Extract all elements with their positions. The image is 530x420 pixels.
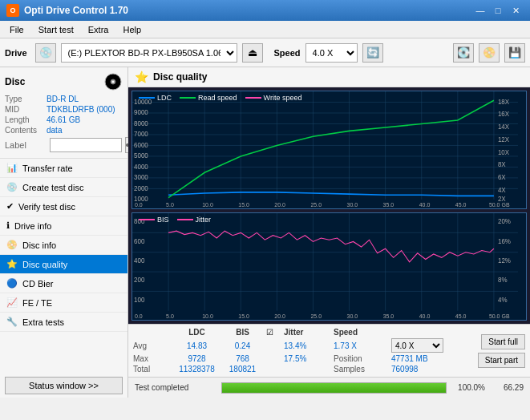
- drive-select[interactable]: (E:) PLEXTOR BD-R PX-LB950SA 1.06: [61, 43, 237, 63]
- sidebar-item-create-test-disc[interactable]: 💿 Create test disc: [0, 178, 127, 197]
- progress-fill: [222, 383, 446, 393]
- title-bar: O Opti Drive Control 1.70 — □ ✕: [0, 0, 530, 21]
- sidebar-item-drive-info[interactable]: ℹ Drive info: [0, 216, 127, 236]
- sidebar-item-fe-te[interactable]: 📈 FE / TE: [0, 293, 127, 313]
- svg-text:15.0: 15.0: [238, 312, 249, 319]
- lower-chart-legend: BIS Jitter: [139, 216, 211, 224]
- avg-ldc: 14.83: [175, 341, 219, 350]
- ldc-legend: LDC: [139, 94, 172, 102]
- start-full-button[interactable]: Start full: [481, 334, 525, 349]
- cd-bier-label: CD Bier: [22, 279, 54, 289]
- svg-text:600: 600: [134, 236, 145, 244]
- svg-text:8X: 8X: [498, 160, 506, 169]
- svg-text:18X: 18X: [498, 97, 510, 106]
- maximize-button[interactable]: □: [490, 3, 506, 18]
- svg-text:3000: 3000: [134, 173, 148, 182]
- speed-select[interactable]: 4.0 X: [305, 43, 358, 63]
- svg-text:8000: 8000: [134, 119, 148, 127]
- cd-bier-icon: 🔵: [6, 278, 18, 289]
- total-label: Total: [133, 365, 173, 374]
- lower-chart-svg: 800 600 400 200 100 20% 16% 12% 8% 4% 0.…: [132, 213, 526, 320]
- disc-quality-label: Disc quality: [22, 260, 67, 269]
- extra-tests-icon: 🔧: [6, 317, 18, 327]
- avg-speed: 1.73 X: [334, 341, 390, 350]
- contents-label: Contents: [5, 126, 47, 135]
- start-part-button[interactable]: Start part: [478, 353, 525, 368]
- nav-items: 📊 Transfer rate 💿 Create test disc ✔ Ver…: [0, 159, 127, 374]
- svg-text:50.0 GB: 50.0 GB: [489, 312, 510, 319]
- chart-title: Disc quality: [153, 71, 207, 83]
- svg-text:400: 400: [134, 256, 145, 265]
- bis-legend-label: BIS: [157, 216, 169, 224]
- sidebar-item-disc-info[interactable]: 📀 Disc info: [0, 236, 127, 255]
- disc-info-label: Disc info: [22, 240, 56, 250]
- type-value: BD-R DL: [47, 95, 79, 103]
- sidebar-item-cd-bier[interactable]: 🔵 CD Bier: [0, 274, 127, 293]
- eject-btn[interactable]: ⏏: [242, 43, 263, 63]
- label-label: Label: [5, 140, 47, 150]
- max-jitter: 17.5%: [284, 354, 332, 363]
- ldc-col-header: LDC: [175, 328, 219, 337]
- svg-text:12X: 12X: [498, 135, 510, 144]
- upper-chart-svg: 10000 9000 8000 7000 6000 5000 4000 3000…: [132, 91, 526, 208]
- sidebar-item-verify-test-disc[interactable]: ✔ Verify test disc: [0, 197, 127, 216]
- disc-info-panel: Disc Type BD-R DL MID TDKBLDRFB (000) L: [0, 67, 127, 159]
- sidebar-item-transfer-rate[interactable]: 📊 Transfer rate: [0, 159, 127, 178]
- drive-icon-btn[interactable]: 💿: [35, 43, 56, 63]
- extra-tests-label: Extra tests: [22, 317, 64, 327]
- speed-right-select[interactable]: 4.0 X: [391, 338, 443, 353]
- ldc-legend-color: [139, 97, 155, 99]
- menu-help[interactable]: Help: [116, 23, 148, 36]
- bis-legend-color: [139, 219, 155, 220]
- progress-value: 66.29: [492, 383, 524, 392]
- content-area: ⭐ Disc quality LDC Read speed: [128, 67, 530, 398]
- minimize-button[interactable]: —: [472, 3, 488, 18]
- sidebar-item-extra-tests[interactable]: 🔧 Extra tests: [0, 313, 127, 332]
- svg-text:6000: 6000: [134, 140, 148, 149]
- label-input[interactable]: [50, 138, 122, 152]
- menu-start-test[interactable]: Start test: [32, 23, 80, 36]
- progress-label: Test completed: [135, 383, 215, 392]
- verify-test-disc-label: Verify test disc: [18, 202, 75, 212]
- svg-text:2000: 2000: [134, 184, 148, 192]
- save-btn[interactable]: 💾: [504, 43, 525, 63]
- svg-text:200: 200: [134, 276, 145, 284]
- ldc-legend-label: LDC: [157, 94, 172, 102]
- sidebar-item-disc-quality[interactable]: ⭐ Disc quality: [0, 255, 127, 274]
- status-window-button[interactable]: Status window >>: [5, 377, 123, 394]
- contents-value: data: [47, 126, 62, 135]
- app-icon: O: [6, 4, 19, 17]
- position-value: 47731 MB: [391, 354, 447, 363]
- jitter-col-header: Jitter: [284, 328, 332, 337]
- total-ldc: 11328378: [175, 365, 219, 374]
- menu-extra[interactable]: Extra: [82, 23, 115, 36]
- avg-label: Avg: [133, 341, 173, 350]
- svg-text:20%: 20%: [498, 217, 511, 225]
- chart-header: ⭐ Disc quality: [128, 67, 530, 87]
- refresh-btn[interactable]: 🔄: [362, 43, 383, 63]
- svg-text:5.0: 5.0: [166, 312, 174, 319]
- disc-btn1[interactable]: 💽: [453, 43, 474, 63]
- svg-text:30.0: 30.0: [347, 201, 358, 209]
- menu-file[interactable]: File: [3, 23, 30, 36]
- svg-text:16X: 16X: [498, 110, 510, 119]
- svg-text:10.0: 10.0: [202, 312, 213, 319]
- svg-text:40.0: 40.0: [419, 201, 431, 209]
- close-button[interactable]: ✕: [508, 3, 524, 18]
- svg-text:9000: 9000: [134, 108, 148, 117]
- write-speed-legend-label: Write speed: [264, 94, 302, 102]
- bis-legend: BIS: [139, 216, 169, 224]
- svg-point-2: [112, 81, 115, 83]
- fe-te-icon: 📈: [6, 297, 18, 308]
- jitter-checkbox[interactable]: ☑: [266, 328, 282, 337]
- svg-text:8%: 8%: [498, 276, 508, 284]
- svg-text:100: 100: [134, 295, 145, 303]
- max-ldc: 9728: [175, 354, 219, 363]
- disc-btn2[interactable]: 📀: [479, 43, 500, 63]
- menu-bar: File Start test Extra Help: [0, 21, 530, 38]
- drive-info-icon: ℹ: [6, 220, 10, 231]
- disc-panel-title: Disc: [5, 76, 25, 87]
- svg-text:20.0: 20.0: [274, 201, 285, 209]
- svg-text:35.0: 35.0: [383, 201, 394, 209]
- svg-text:25.0: 25.0: [310, 201, 322, 209]
